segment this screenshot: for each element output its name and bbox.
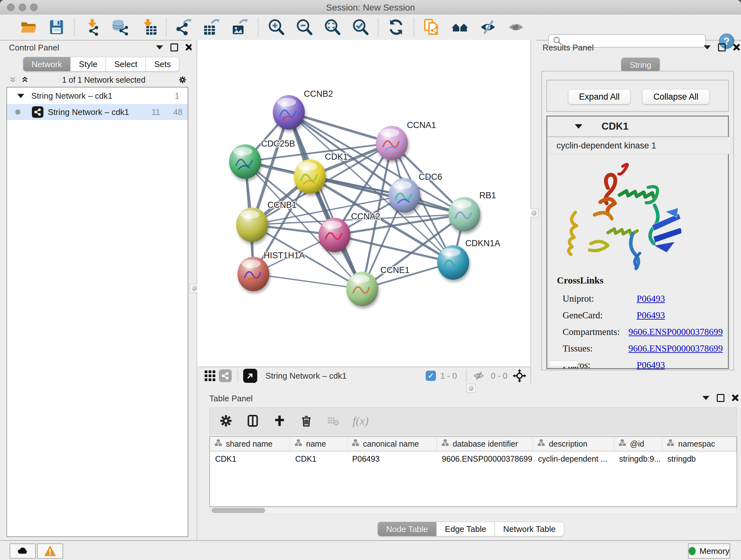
crosslink-link[interactable]: P06493 <box>636 294 665 304</box>
crosslink-link[interactable]: 9606.ENSP00000378699 <box>628 343 723 354</box>
column-header-canonical-name[interactable]: canonical name <box>347 437 437 451</box>
open-session-icon[interactable] <box>19 18 38 37</box>
import-network-icon[interactable] <box>83 18 102 37</box>
panel-menu-icon[interactable] <box>703 44 711 51</box>
panel-close-icon[interactable] <box>733 44 740 51</box>
collapse-all-networks-icon[interactable] <box>9 76 17 84</box>
expand-all-button[interactable]: Expand All <box>568 89 630 105</box>
export-network-icon[interactable] <box>175 18 193 37</box>
network-node-CDC6[interactable] <box>388 178 420 212</box>
network-node-CCNA2[interactable] <box>319 218 350 252</box>
table-settings-gear-icon[interactable] <box>219 414 233 428</box>
network-share-view-icon[interactable] <box>218 369 233 383</box>
panel-float-icon[interactable] <box>717 394 724 401</box>
tab-style[interactable]: Style <box>71 57 106 71</box>
network-collection-row[interactable]: String Network – cdk1 1 <box>7 87 188 104</box>
export-table-icon[interactable] <box>203 18 221 37</box>
hide-selected-icon[interactable] <box>479 18 497 37</box>
crosslink-link[interactable]: P06493 <box>636 360 665 370</box>
network-node-RB1[interactable] <box>448 197 480 232</box>
tab-node-table[interactable]: Node Table <box>378 522 436 537</box>
network-node-CCNB2[interactable] <box>273 95 305 130</box>
panel-float-icon[interactable] <box>718 44 726 51</box>
tab-sets[interactable]: Sets <box>146 57 179 71</box>
tab-network-table[interactable]: Network Table <box>495 522 564 537</box>
panel-float-icon[interactable] <box>171 44 178 51</box>
network-node-HIST1H1A[interactable] <box>238 257 269 291</box>
table-panel-splitter[interactable] <box>197 384 741 392</box>
network-node-CCNB1[interactable] <box>236 207 268 242</box>
network-edge[interactable] <box>334 235 453 262</box>
zoom-in-icon[interactable] <box>267 18 285 37</box>
table-cell[interactable]: CDK1 <box>290 451 347 466</box>
results-hscrollbar[interactable] <box>549 361 578 367</box>
crosslink-link[interactable]: P06493 <box>636 310 665 320</box>
tab-edge-table[interactable]: Edge Table <box>436 522 495 537</box>
table-splitter-handle[interactable] <box>467 384 475 393</box>
network-node-CCNE1[interactable] <box>346 272 378 306</box>
right-splitter[interactable] <box>530 40 536 384</box>
network-edge[interactable] <box>289 112 392 143</box>
zoom-out-icon[interactable] <box>295 18 313 37</box>
import-database-icon[interactable] <box>111 18 130 37</box>
fit-move-crosshair-icon[interactable] <box>512 369 527 383</box>
table-cell[interactable]: P06493 <box>347 451 437 466</box>
memory-button[interactable]: Memory <box>688 543 730 559</box>
table-hscrollbar-thumb[interactable] <box>212 508 265 513</box>
protein-section-header[interactable]: CDK1 <box>547 117 728 137</box>
panel-menu-icon[interactable] <box>156 44 163 51</box>
column-header-database-identifier[interactable]: database identifier <box>437 437 533 451</box>
save-session-icon[interactable] <box>47 18 66 37</box>
column-header-description[interactable]: description <box>533 437 614 451</box>
clone-network-icon[interactable] <box>422 18 441 37</box>
table-cell[interactable]: stringdb:9... <box>614 451 662 466</box>
zoom-selected-icon[interactable] <box>351 18 369 37</box>
right-splitter-handle[interactable] <box>529 208 538 217</box>
column-header-@id[interactable]: @id <box>614 437 662 451</box>
create-column-plus-icon[interactable] <box>272 414 287 428</box>
panel-close-icon[interactable] <box>731 394 739 401</box>
table-cell[interactable]: 9606.ENSP00000378699 <box>437 451 533 466</box>
expand-all-networks-icon[interactable] <box>21 76 29 84</box>
network-node-CDK1[interactable] <box>294 159 326 194</box>
selected-checkbox-icon[interactable]: ✓ <box>426 371 436 381</box>
collection-expand-icon[interactable] <box>17 94 24 98</box>
table-row[interactable]: CDK1CDK1P064939606.ENSP00000378699cyclin… <box>210 451 737 466</box>
window-title: Session: New Session <box>0 3 741 13</box>
cloud-button[interactable] <box>10 543 36 559</box>
delete-column-trash-icon[interactable] <box>299 414 314 428</box>
table-cell[interactable]: CDK1 <box>210 451 290 466</box>
collapse-all-button[interactable]: Collapse All <box>642 89 710 105</box>
tab-network[interactable]: Network <box>23 57 71 71</box>
table-cell[interactable]: stringdb <box>662 451 737 466</box>
column-header-namespac[interactable]: namespac <box>662 437 737 451</box>
panel-menu-icon[interactable] <box>702 394 710 401</box>
export-image-icon[interactable] <box>231 18 250 37</box>
warnings-button[interactable] <box>37 543 63 559</box>
column-header-name[interactable]: name <box>290 437 347 451</box>
tab-string[interactable]: String <box>621 57 660 72</box>
crosslink-link[interactable]: 9606.ENSP00000378699 <box>628 327 723 337</box>
network-node-CDC25B[interactable] <box>229 144 261 179</box>
network-edge[interactable] <box>253 274 362 289</box>
grid-view-icon[interactable] <box>202 369 218 383</box>
network-list-item[interactable]: String Network – cdk1 11 48 <box>7 104 188 120</box>
network-node-CDKN1A[interactable] <box>437 245 469 280</box>
birdseye-view-icon[interactable] <box>243 369 258 383</box>
hidden-eye-icon[interactable] <box>471 369 486 383</box>
network-node-CCNA1[interactable] <box>376 126 408 160</box>
import-table-icon[interactable] <box>139 18 158 37</box>
table-cell[interactable]: cyclin-dependent ... <box>533 451 614 466</box>
refresh-network-icon[interactable] <box>387 18 405 37</box>
home-icon[interactable] <box>451 18 469 37</box>
tab-select[interactable]: Select <box>106 57 146 71</box>
section-collapse-icon[interactable] <box>575 124 583 129</box>
table-hscrollbar[interactable] <box>211 507 737 515</box>
string-network-graph[interactable]: CCNB2CCNA1CDC25BCDK1CDC6RB1CCNB1CCNA2CDK… <box>197 40 530 367</box>
network-options-gear-icon[interactable] <box>179 76 186 84</box>
left-splitter[interactable] <box>192 40 197 540</box>
network-canvas[interactable]: CCNB2CCNA1CDC25BCDK1CDC6RB1CCNB1CCNA2CDK… <box>197 40 530 367</box>
column-header-shared-name[interactable]: shared name <box>210 437 290 451</box>
show-columns-icon[interactable] <box>246 414 260 428</box>
zoom-fit-icon[interactable] <box>323 18 341 37</box>
